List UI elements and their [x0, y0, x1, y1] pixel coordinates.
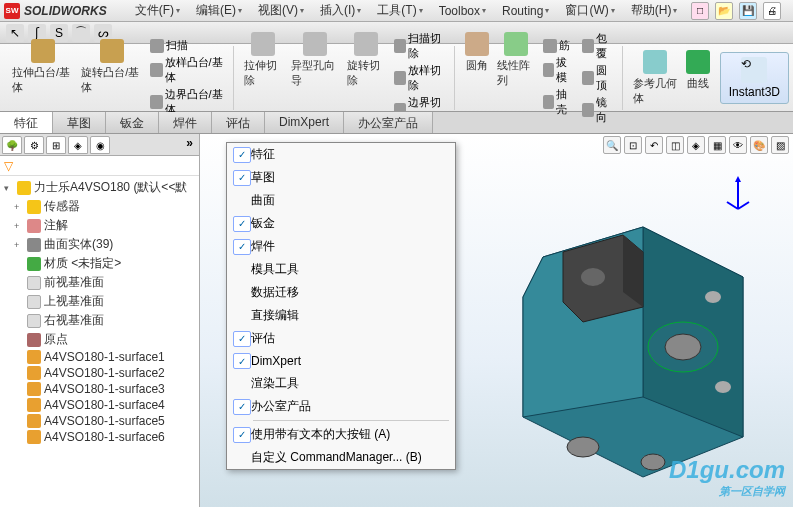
tree-item[interactable]: A4VSO180-1-surface6 [2, 429, 197, 445]
draft-button[interactable]: 拔模 [539, 54, 579, 86]
panel-tab-disp[interactable]: ◉ [90, 136, 110, 154]
extrude-boss-button[interactable]: 拉伸凸台/基体 [8, 37, 77, 118]
section-view-button[interactable]: ◫ [666, 136, 684, 154]
menu-view[interactable]: 视图(V)▾ [250, 0, 312, 21]
feature-manager-panel: 🌳 ⚙ ⊞ ◈ ◉ » ▽ ▾力士乐A4VSO180 (默认<<默 +传感器+注… [0, 134, 200, 507]
context-menu-item[interactable]: 渲染工具 [227, 372, 455, 395]
model-render [403, 197, 783, 497]
context-menu-item[interactable]: ✓草图 [227, 166, 455, 189]
loft-boss-button[interactable]: 放样凸台/基体 [146, 54, 228, 86]
appearance-button[interactable]: 🎨 [750, 136, 768, 154]
command-manager-tabs: 特征 草图 钣金 焊件 评估 DimXpert 办公室产品 [0, 112, 793, 134]
tree-item[interactable]: 前视基准面 [2, 273, 197, 292]
sweep-cut-button[interactable]: 扫描切除 [390, 30, 450, 62]
view-orient-button[interactable]: ◈ [687, 136, 705, 154]
menu-file[interactable]: 文件(F)▾ [127, 0, 188, 21]
display-style-button[interactable]: ▦ [708, 136, 726, 154]
tree-item[interactable]: 上视基准面 [2, 292, 197, 311]
menu-routing[interactable]: Routing▾ [494, 2, 557, 20]
svg-point-9 [705, 291, 721, 303]
context-menu-item[interactable]: ✓评估 [227, 327, 455, 350]
panel-tab-props[interactable]: ⚙ [24, 136, 44, 154]
tab-evaluate[interactable]: 评估 [212, 112, 265, 133]
tree-item[interactable]: 右视基准面 [2, 311, 197, 330]
context-menu-item[interactable]: ✓焊件 [227, 235, 455, 258]
qat-print-button[interactable]: 🖨 [763, 2, 781, 20]
ribbon: 拉伸凸台/基体 旋转凸台/基体 扫描 放样凸台/基体 边界凸台/基体 拉伸切除 … [0, 44, 793, 112]
qat-new-button[interactable]: □ [691, 2, 709, 20]
context-menu-item[interactable]: 曲面 [227, 189, 455, 212]
tab-sheetmetal[interactable]: 钣金 [106, 112, 159, 133]
panel-tab-dim[interactable]: ◈ [68, 136, 88, 154]
context-menu-item[interactable]: 直接编辑 [227, 304, 455, 327]
filter-icon[interactable]: ▽ [4, 159, 13, 173]
linear-pattern-button[interactable]: 线性阵列 [493, 30, 539, 126]
instant3d-button[interactable]: ⟲ Instant3D [720, 52, 789, 104]
menu-insert[interactable]: 插入(I)▾ [312, 0, 369, 21]
ref-geometry-button[interactable]: 参考几何体 [629, 48, 682, 108]
filter-row: ▽ [0, 156, 199, 176]
tab-office[interactable]: 办公室产品 [344, 112, 433, 133]
context-menu-item[interactable]: ✓DimXpert [227, 350, 455, 372]
tab-dimxpert[interactable]: DimXpert [265, 112, 344, 133]
zoom-fit-button[interactable]: 🔍 [603, 136, 621, 154]
tree-root[interactable]: ▾力士乐A4VSO180 (默认<<默 [2, 178, 197, 197]
hide-show-button[interactable]: 👁 [729, 136, 747, 154]
tree-item[interactable]: +曲面实体(39) [2, 235, 197, 254]
tree-item[interactable]: A4VSO180-1-surface5 [2, 413, 197, 429]
menu-tools[interactable]: 工具(T)▾ [369, 0, 430, 21]
context-menu-item[interactable]: 自定义 CommandManager... (B) [227, 446, 455, 469]
svg-point-8 [665, 334, 701, 360]
panel-tabs: 🌳 ⚙ ⊞ ◈ ◉ » [0, 134, 199, 156]
context-menu-item[interactable]: 数据迁移 [227, 281, 455, 304]
qat-save-button[interactable]: 💾 [739, 2, 757, 20]
context-menu-item[interactable]: ✓钣金 [227, 212, 455, 235]
app-logo: SW [4, 3, 20, 19]
panel-collapse-button[interactable]: » [182, 136, 197, 153]
tab-sketch[interactable]: 草图 [53, 112, 106, 133]
tree-item[interactable]: A4VSO180-1-surface2 [2, 365, 197, 381]
tree-item[interactable]: A4VSO180-1-surface4 [2, 397, 197, 413]
context-menu-item[interactable]: ✓特征 [227, 143, 455, 166]
svg-point-10 [715, 381, 731, 393]
menubar: SW SOLIDWORKS 文件(F)▾ 编辑(E)▾ 视图(V)▾ 插入(I)… [0, 0, 793, 22]
rib-button[interactable]: 筋 [539, 37, 579, 54]
revolve-boss-button[interactable]: 旋转凸台/基体 [77, 37, 146, 118]
heads-up-toolbar: 🔍 ⊡ ↶ ◫ ◈ ▦ 👁 🎨 ▨ [603, 136, 789, 154]
mirror-button[interactable]: 镜向 [578, 94, 618, 126]
loft-cut-button[interactable]: 放样切除 [390, 62, 450, 94]
tree-item[interactable]: +传感器 [2, 197, 197, 216]
tab-features[interactable]: 特征 [0, 112, 53, 133]
tree-item[interactable]: A4VSO180-1-surface1 [2, 349, 197, 365]
tree-item[interactable]: +注解 [2, 216, 197, 235]
quick-access-toolbar: □ 📂 💾 🖨 [691, 2, 789, 20]
context-menu-item[interactable]: 模具工具 [227, 258, 455, 281]
svg-point-12 [641, 454, 665, 470]
app-title: SOLIDWORKS [24, 4, 107, 18]
zoom-area-button[interactable]: ⊡ [624, 136, 642, 154]
menu-edit[interactable]: 编辑(E)▾ [188, 0, 250, 21]
fillet-button[interactable]: 圆角 [461, 30, 493, 126]
menu-help[interactable]: 帮助(H)▾ [623, 0, 686, 21]
feature-tree: ▾力士乐A4VSO180 (默认<<默 +传感器+注解+曲面实体(39)材质 <… [0, 176, 199, 507]
tree-item[interactable]: 材质 <未指定> [2, 254, 197, 273]
tree-item[interactable]: 原点 [2, 330, 197, 349]
menu-toolbox[interactable]: Toolbox▾ [431, 2, 494, 20]
menu-window[interactable]: 窗口(W)▾ [557, 0, 622, 21]
qat-open-button[interactable]: 📂 [715, 2, 733, 20]
dome-button[interactable]: 圆顶 [578, 62, 618, 94]
panel-tab-tree[interactable]: 🌳 [2, 136, 22, 154]
svg-point-11 [567, 437, 599, 457]
context-menu-item[interactable]: ✓办公室产品 [227, 395, 455, 418]
tree-item[interactable]: A4VSO180-1-surface3 [2, 381, 197, 397]
panel-tab-config[interactable]: ⊞ [46, 136, 66, 154]
tab-context-menu: ✓特征✓草图曲面✓钣金✓焊件模具工具数据迁移直接编辑✓评估✓DimXpert渲染… [226, 142, 456, 470]
curves-button[interactable]: 曲线 [682, 48, 714, 108]
sweep-boss-button[interactable]: 扫描 [146, 37, 228, 54]
context-menu-item[interactable]: ✓使用带有文本的大按钮 (A) [227, 423, 455, 446]
wrap-button[interactable]: 包覆 [578, 30, 618, 62]
prev-view-button[interactable]: ↶ [645, 136, 663, 154]
shell-button[interactable]: 抽壳 [539, 86, 579, 118]
tab-weldments[interactable]: 焊件 [159, 112, 212, 133]
scene-button[interactable]: ▨ [771, 136, 789, 154]
